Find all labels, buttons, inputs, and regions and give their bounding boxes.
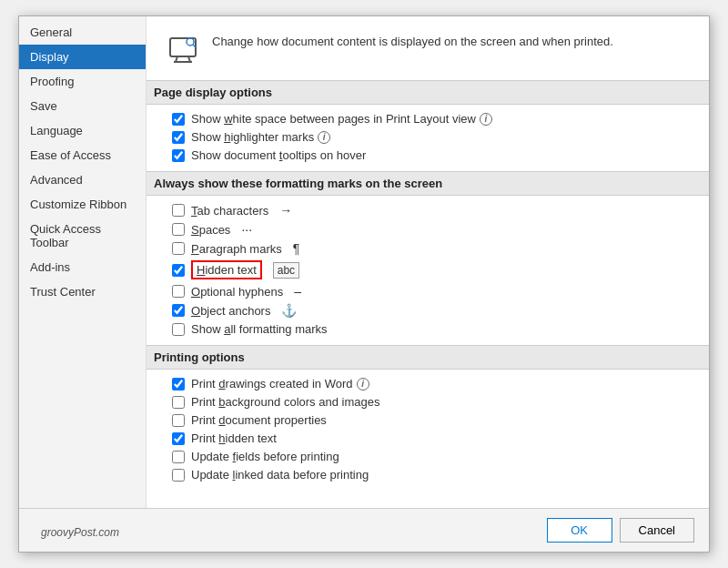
symbol-spaces: ··· — [241, 222, 252, 237]
brand-label: groovyPost.com — [41, 526, 119, 539]
label-drawings: Print drawings created in Word — [191, 377, 353, 390]
header-row: Change how document content is displayed… — [165, 31, 691, 67]
sidebar-item-display[interactable]: Display — [19, 45, 146, 69]
checkbox-tab[interactable] — [172, 204, 185, 217]
checkbox-tooltips[interactable] — [172, 149, 185, 162]
word-options-dialog: General Display Proofing Save Language E… — [18, 15, 710, 553]
page-display-options: Show white space between pages in Print … — [165, 112, 691, 162]
label-background: Print background colors and images — [191, 395, 379, 409]
option-show-all: Show all formatting marks — [165, 322, 691, 336]
option-tooltips: Show document tooltips on hover — [165, 148, 691, 162]
sidebar: General Display Proofing Save Language E… — [19, 16, 147, 508]
checkbox-fields[interactable] — [172, 451, 185, 463]
label-paragraph: Paragraph marks — [191, 242, 282, 256]
dialog-body: General Display Proofing Save Language E… — [19, 16, 709, 508]
label-hidden-text: Hidden text — [191, 260, 262, 279]
header-description: Change how document content is displayed… — [212, 31, 613, 48]
sidebar-item-save[interactable]: Save — [19, 94, 146, 118]
label-tooltips: Show document tooltips on hover — [191, 148, 366, 162]
checkbox-show-all[interactable] — [172, 323, 185, 336]
sidebar-item-customize-ribbon[interactable]: Customize Ribbon — [19, 192, 146, 217]
symbol-optional-hyphens: – — [294, 284, 300, 299]
checkbox-print-hidden[interactable] — [172, 432, 185, 445]
sidebar-item-quick-access-toolbar[interactable]: Quick Access Toolbar — [19, 217, 146, 255]
checkbox-drawings[interactable] — [172, 378, 185, 390]
display-icon — [165, 31, 201, 67]
checkbox-white-space[interactable] — [172, 113, 185, 126]
option-optional-hyphens: Optional hyphens – — [165, 284, 691, 299]
label-spaces: Spaces — [191, 223, 230, 237]
checkbox-optional-hyphens[interactable] — [172, 285, 185, 298]
checkbox-linked-data[interactable] — [172, 469, 185, 482]
option-linked-data: Update linked data before printing — [165, 468, 691, 482]
sidebar-item-proofing[interactable]: Proofing — [19, 69, 146, 94]
sidebar-item-advanced[interactable]: Advanced — [19, 167, 146, 192]
sidebar-item-general[interactable]: General — [19, 20, 146, 45]
sidebar-item-add-ins[interactable]: Add-ins — [19, 255, 146, 279]
option-drawings: Print drawings created in Word i — [165, 377, 691, 390]
option-object-anchors: Object anchors ⚓ — [165, 303, 691, 318]
info-white-space[interactable]: i — [480, 113, 492, 126]
label-optional-hyphens: Optional hyphens — [191, 285, 283, 299]
label-highlighter: Show highlighter marks — [191, 130, 314, 144]
formatting-marks-options: Tab characters → Spaces ··· Paragraph ma… — [165, 203, 691, 336]
option-paragraph: Paragraph marks ¶ — [165, 241, 691, 256]
svg-point-4 — [187, 38, 194, 46]
info-highlighter[interactable]: i — [318, 131, 330, 144]
option-fields: Update fields before printing — [165, 450, 691, 463]
main-content: Change how document content is displayed… — [147, 16, 709, 508]
sidebar-item-trust-center[interactable]: Trust Center — [19, 279, 146, 304]
label-fields: Update fields before printing — [191, 450, 339, 463]
sidebar-item-ease-of-access[interactable]: Ease of Access — [19, 143, 146, 167]
ok-button[interactable]: OK — [547, 518, 612, 543]
option-print-hidden: Print hidden text — [165, 431, 691, 445]
option-background: Print background colors and images — [165, 395, 691, 409]
checkbox-paragraph[interactable] — [172, 242, 185, 255]
symbol-hidden-text: abc — [273, 262, 299, 279]
checkbox-background[interactable] — [172, 396, 185, 409]
option-properties: Print document properties — [165, 413, 691, 427]
formatting-section-header: Always show these formatting marks on th… — [147, 171, 709, 196]
checkbox-highlighter[interactable] — [172, 131, 185, 144]
checkbox-object-anchors[interactable] — [172, 304, 185, 317]
svg-rect-0 — [170, 38, 196, 56]
checkbox-spaces[interactable] — [172, 223, 185, 236]
dialog-footer: groovyPost.com OK Cancel — [19, 508, 709, 552]
label-linked-data: Update linked data before printing — [191, 468, 369, 482]
label-print-hidden: Print hidden text — [191, 431, 277, 445]
checkbox-properties[interactable] — [172, 414, 185, 427]
symbol-tab: → — [279, 203, 292, 218]
sidebar-item-language[interactable]: Language — [19, 118, 146, 143]
label-object-anchors: Object anchors — [191, 304, 270, 318]
printing-section-header: Printing options — [147, 345, 709, 370]
symbol-object-anchors: ⚓ — [281, 303, 297, 318]
option-tab: Tab characters → — [165, 203, 691, 218]
label-tab: Tab characters — [191, 204, 268, 218]
printing-options: Print drawings created in Word i Print b… — [165, 377, 691, 482]
label-show-all: Show all formatting marks — [191, 322, 328, 336]
checkbox-hidden-text[interactable] — [172, 264, 185, 277]
label-white-space: Show white space between pages in Print … — [191, 112, 476, 126]
page-display-section-header: Page display options — [147, 80, 709, 105]
label-properties: Print document properties — [191, 413, 327, 427]
cancel-button[interactable]: Cancel — [620, 518, 694, 543]
info-drawings[interactable]: i — [357, 378, 369, 390]
option-hidden-text: Hidden text abc — [165, 260, 691, 279]
option-highlighter: Show highlighter marks i — [165, 130, 691, 144]
option-white-space: Show white space between pages in Print … — [165, 112, 691, 126]
symbol-paragraph: ¶ — [293, 241, 300, 256]
option-spaces: Spaces ··· — [165, 222, 691, 237]
